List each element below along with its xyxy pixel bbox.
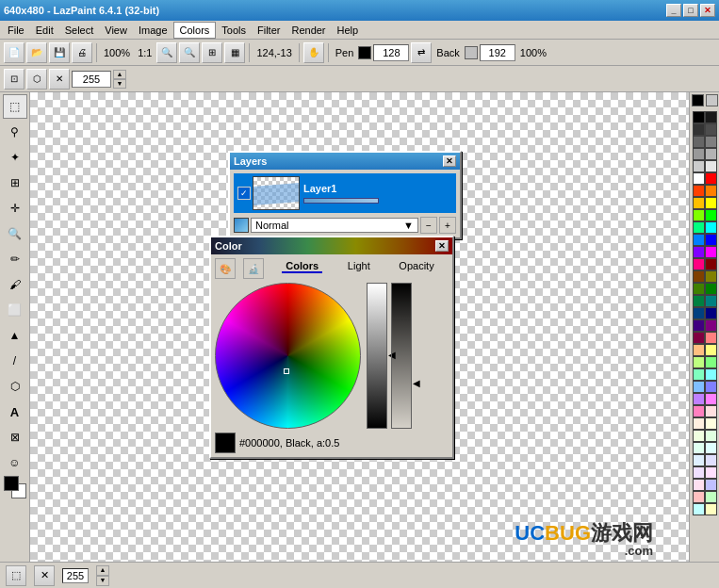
export-button[interactable]: 🖨 [72, 42, 92, 63]
opacity-slider[interactable]: ◀ [391, 283, 412, 429]
canvas-area[interactable]: Layers ✕ ✓ Layer1 Norma [30, 92, 689, 588]
palette-color[interactable] [693, 430, 705, 442]
tool-fill[interactable]: ▲ [3, 323, 27, 348]
layer-zoom-out[interactable]: − [420, 217, 437, 234]
palette-color[interactable] [693, 209, 705, 221]
menu-image[interactable]: Image [133, 23, 173, 38]
save-button[interactable]: 💾 [49, 42, 70, 63]
palette-color[interactable] [705, 295, 717, 307]
options-btn-2[interactable]: ⬡ [26, 69, 47, 90]
menu-view[interactable]: View [99, 23, 133, 38]
palette-color[interactable] [693, 123, 705, 136]
palette-color[interactable] [705, 430, 717, 442]
palette-color[interactable] [705, 332, 717, 344]
menu-render[interactable]: Render [286, 23, 331, 38]
palette-color[interactable] [705, 172, 717, 185]
menu-filter[interactable]: Filter [252, 23, 286, 38]
palette-color[interactable] [693, 197, 705, 209]
layer-zoom-in[interactable]: + [439, 217, 456, 234]
color-indicator[interactable] [4, 476, 26, 498]
palette-color[interactable] [705, 123, 717, 136]
color-tool-eyedropper[interactable]: 🔬 [243, 258, 264, 279]
tool-brush[interactable]: 🖌 [3, 272, 27, 297]
brush-size-spinner[interactable]: ▲ ▼ [113, 70, 126, 89]
palette-color[interactable] [705, 442, 717, 454]
size-spinner[interactable]: ▲ ▼ [96, 565, 109, 586]
palette-color[interactable] [693, 283, 705, 295]
palette-color[interactable] [693, 319, 705, 332]
zoom-in-button[interactable]: 🔍 [179, 42, 200, 63]
color-tool-picker[interactable]: 🎨 [215, 258, 236, 279]
palette-color[interactable] [693, 307, 705, 319]
palette-color[interactable] [693, 234, 705, 246]
palette-color[interactable] [693, 344, 705, 356]
palette-color[interactable] [693, 270, 705, 283]
palette-color[interactable] [705, 405, 717, 417]
menu-tools[interactable]: Tools [216, 23, 252, 38]
palette-color[interactable] [693, 368, 705, 381]
palette-color[interactable] [705, 491, 717, 503]
back-value-input[interactable] [480, 44, 515, 61]
palette-color[interactable] [693, 111, 705, 123]
palette-color[interactable] [705, 283, 717, 295]
palette-color[interactable] [693, 454, 705, 466]
minimize-button[interactable]: _ [666, 4, 681, 17]
tool-line[interactable]: / [3, 349, 27, 373]
palette-color[interactable] [693, 356, 705, 368]
palette-color[interactable] [693, 503, 705, 515]
layer-visibility-check[interactable]: ✓ [237, 187, 251, 200]
palette-color[interactable] [693, 417, 705, 430]
zoom-fit-button[interactable]: ⊞ [202, 42, 222, 63]
palette-color[interactable] [693, 381, 705, 393]
color-panel-close[interactable]: ✕ [435, 240, 449, 252]
tool-pencil[interactable]: ✏ [3, 247, 27, 271]
palette-color[interactable] [705, 136, 717, 148]
palette-color[interactable] [693, 479, 705, 491]
tool-deform[interactable]: ☺ [3, 450, 27, 475]
palette-color[interactable] [705, 503, 717, 515]
tool-zoom[interactable]: 🔍 [3, 221, 27, 246]
palette-color[interactable] [705, 148, 717, 160]
palette-color[interactable] [693, 393, 705, 405]
new-button[interactable]: 📄 [4, 42, 25, 63]
palette-color[interactable] [693, 136, 705, 148]
menu-colors[interactable]: Colors [173, 22, 217, 39]
palette-color[interactable] [693, 185, 705, 197]
palette-color[interactable] [705, 319, 717, 332]
palette-color[interactable] [705, 160, 717, 172]
status-btn-2[interactable]: ✕ [34, 565, 55, 586]
palette-color[interactable] [705, 185, 717, 197]
brush-size-input[interactable] [72, 71, 111, 88]
palette-color[interactable] [705, 258, 717, 270]
palette-color[interactable] [705, 479, 717, 491]
tab-colors[interactable]: Colors [282, 260, 322, 273]
palette-color[interactable] [693, 160, 705, 172]
palette-color[interactable] [693, 258, 705, 270]
blend-mode-dropdown[interactable]: Normal ▼ [251, 218, 418, 233]
menu-help[interactable]: Help [332, 23, 365, 38]
swap-colors-button[interactable]: ⇄ [411, 42, 432, 63]
close-button[interactable]: ✕ [700, 4, 715, 17]
palette-color[interactable] [705, 368, 717, 381]
palette-color[interactable] [705, 393, 717, 405]
palette-color[interactable] [705, 344, 717, 356]
palette-color[interactable] [693, 148, 705, 160]
tool-lasso[interactable]: ⚲ [3, 120, 27, 144]
palette-color[interactable] [693, 332, 705, 344]
palette-color[interactable] [705, 197, 717, 209]
layer-item[interactable]: ✓ Layer1 [234, 173, 456, 213]
layers-panel-titlebar[interactable]: Layers ✕ [230, 153, 460, 170]
display-mode-button[interactable]: ▦ [224, 42, 245, 63]
palette-color[interactable] [693, 405, 705, 417]
palette-color[interactable] [705, 454, 717, 466]
palette-color[interactable] [693, 246, 705, 258]
color-preview-swatch[interactable] [215, 433, 236, 453]
palette-color[interactable] [705, 356, 717, 368]
color-panel-titlebar[interactable]: Color ✕ [211, 237, 452, 254]
layer-opacity-bar[interactable] [303, 198, 379, 204]
menu-file[interactable]: File [2, 23, 30, 38]
palette-color[interactable] [705, 234, 717, 246]
menu-select[interactable]: Select [59, 23, 100, 38]
tool-text[interactable]: A [3, 400, 27, 424]
palette-color[interactable] [705, 270, 717, 283]
